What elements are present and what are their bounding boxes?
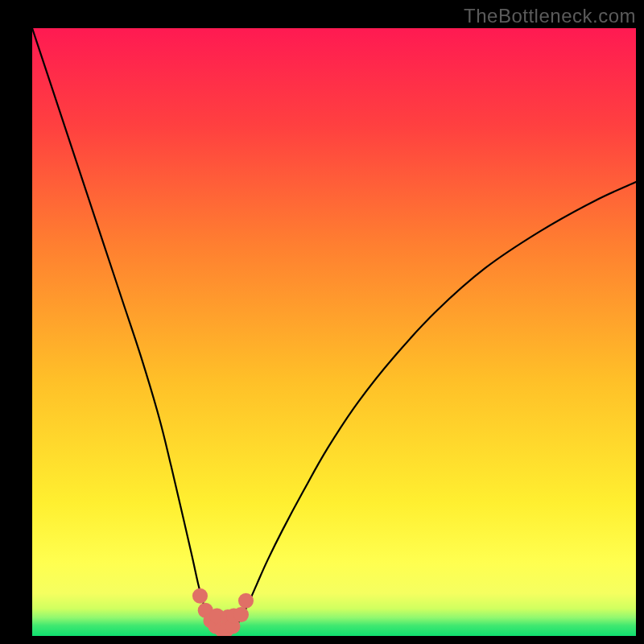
valley-marker — [192, 588, 208, 604]
chart-svg — [32, 28, 636, 636]
chart-root: TheBottleneck.com — [0, 0, 644, 644]
valley-marker — [233, 607, 249, 622]
plot-area — [32, 28, 636, 636]
valley-marker — [238, 593, 254, 609]
gradient-background — [32, 28, 636, 636]
watermark-text: TheBottleneck.com — [464, 5, 636, 27]
